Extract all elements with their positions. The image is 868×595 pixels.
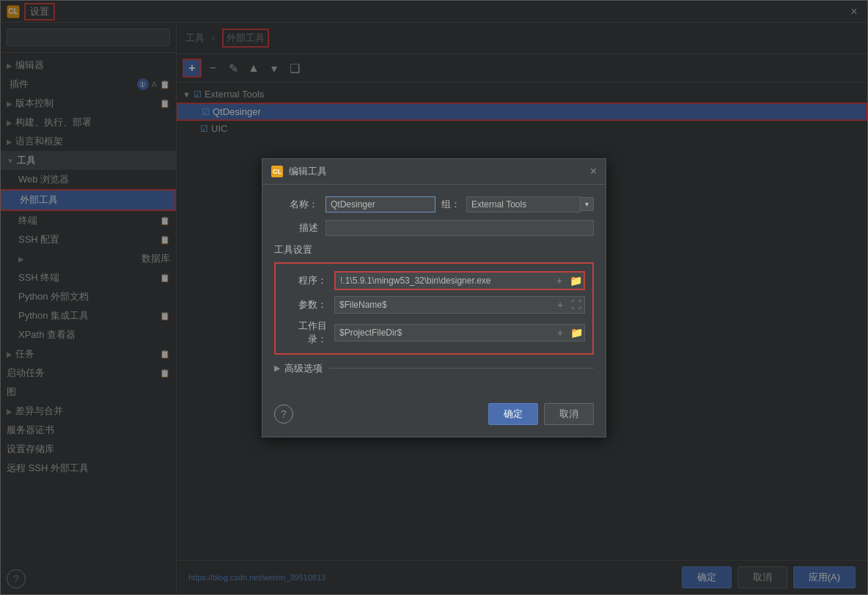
program-input-wrap: + 📁 bbox=[334, 271, 585, 290]
program-browse-btn[interactable]: 📁 bbox=[567, 273, 584, 289]
dialog-tool-settings-label: 工具设置 bbox=[274, 243, 594, 256]
dialog-bottom: ? 确定 取消 bbox=[262, 394, 606, 437]
dialog-titlebar: CL 编辑工具 × bbox=[262, 159, 606, 185]
program-row: 程序： + 📁 bbox=[283, 271, 585, 290]
dialog-desc-row: 描述 bbox=[274, 220, 594, 236]
tool-settings-box: 程序： + 📁 参数： + ⛶ bbox=[274, 262, 594, 355]
advanced-row: ▶ 高级选项 bbox=[274, 362, 594, 375]
dialog-cancel-button[interactable]: 取消 bbox=[544, 403, 594, 425]
dialog-overlay: CL 编辑工具 × 名称： 组： External Tools ▾ bbox=[1, 1, 867, 594]
args-row: 参数： + ⛶ bbox=[283, 296, 585, 314]
main-window: CL 设置 × ▶ 编辑器 插件 bbox=[0, 0, 868, 595]
dialog-help-button[interactable]: ? bbox=[274, 404, 293, 424]
dialog-name-row: 名称： 组： External Tools ▾ bbox=[274, 196, 594, 212]
program-add-btn[interactable]: + bbox=[551, 273, 567, 289]
dialog-desc-input[interactable] bbox=[326, 220, 594, 236]
args-add-btn[interactable]: + bbox=[552, 297, 568, 313]
advanced-label: 高级选项 bbox=[284, 362, 323, 375]
workdir-label: 工作目录： bbox=[283, 319, 327, 346]
dialog-group-label: 组： bbox=[441, 198, 460, 211]
workdir-browse-btn[interactable]: 📁 bbox=[568, 325, 584, 341]
dialog-group-dropdown-icon[interactable]: ▾ bbox=[581, 197, 594, 211]
dialog-name-label: 名称： bbox=[274, 198, 318, 211]
dialog-group-select[interactable]: External Tools bbox=[466, 196, 581, 212]
dialog-close-button[interactable]: × bbox=[590, 166, 597, 177]
args-label: 参数： bbox=[283, 298, 327, 311]
workdir-add-btn[interactable]: + bbox=[552, 325, 568, 341]
program-input[interactable] bbox=[336, 273, 551, 288]
dialog-title: 编辑工具 bbox=[289, 165, 590, 178]
program-label: 程序： bbox=[283, 274, 327, 287]
dialog-name-input[interactable] bbox=[326, 196, 435, 212]
dialog-confirm-button[interactable]: 确定 bbox=[488, 403, 538, 425]
dialog-icon: CL bbox=[271, 166, 283, 177]
args-expand-btn[interactable]: ⛶ bbox=[568, 297, 584, 313]
edit-tool-dialog: CL 编辑工具 × 名称： 组： External Tools ▾ bbox=[262, 158, 606, 437]
workdir-input-wrap: + 📁 bbox=[334, 324, 585, 341]
workdir-row: 工作目录： + 📁 bbox=[283, 319, 585, 346]
dialog-actions: 确定 取消 bbox=[488, 403, 594, 425]
dialog-desc-label: 描述 bbox=[274, 221, 318, 234]
dialog-body: 名称： 组： External Tools ▾ 描述 工具 bbox=[262, 185, 606, 394]
dialog-group-wrap: External Tools ▾ bbox=[466, 196, 594, 212]
advanced-arrow-icon: ▶ bbox=[274, 363, 280, 373]
args-input-wrap: + ⛶ bbox=[334, 296, 585, 314]
args-input[interactable] bbox=[335, 298, 552, 312]
advanced-divider bbox=[328, 368, 594, 369]
workdir-input[interactable] bbox=[335, 325, 552, 340]
